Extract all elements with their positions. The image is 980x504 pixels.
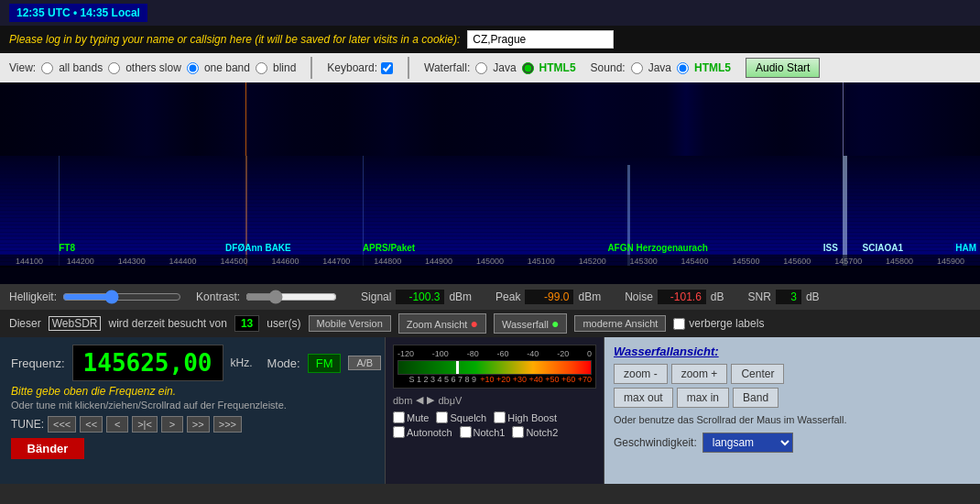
notch1-item: Notch1 — [460, 426, 506, 438]
brightness-bar: Helligkeit: Kontrast: Signal -100.3 dBm … — [0, 284, 980, 310]
meter-indicator — [456, 361, 459, 374]
view-others-slow[interactable] — [108, 62, 120, 74]
peak-value: -99.0 — [524, 289, 574, 305]
tune-right1[interactable]: > — [161, 416, 183, 433]
dbm-right-arrow[interactable]: ▶ — [427, 394, 434, 406]
verberge-container: verberge labels — [673, 317, 764, 330]
view-label: View: — [9, 61, 36, 74]
brightness-label: Helligkeit: — [9, 290, 57, 303]
sound-java-label: Java — [648, 61, 671, 74]
peak-label: Peak — [495, 290, 520, 303]
zoom-ansicht-button[interactable]: Zoom Ansicht ● — [398, 313, 486, 334]
view-blind-label: blind — [273, 61, 296, 74]
tune-center[interactable]: >|< — [132, 416, 158, 433]
mobile-version-button[interactable]: Mobile Version — [309, 315, 391, 332]
checkboxes-row1: Mute Squelch High Boost — [393, 411, 596, 423]
peak-group: Peak -99.0 dBm — [495, 289, 601, 305]
view-all-bands-label: all bands — [59, 61, 103, 74]
ab-button[interactable]: A/B — [348, 356, 381, 370]
view-one-band-label: one band — [204, 61, 250, 74]
station-ft8: FT8 — [59, 243, 75, 253]
brightness-slider[interactable] — [62, 290, 181, 304]
wasserfall-label: Wasserfall — [502, 319, 549, 330]
zoom-plus-button[interactable]: zoom + — [671, 364, 728, 384]
sound-java[interactable] — [631, 62, 643, 74]
login-input[interactable] — [467, 30, 614, 49]
verberge-checkbox[interactable] — [673, 318, 685, 330]
view-one-band[interactable] — [187, 62, 199, 74]
speed-label: Geschwindigkeit: — [614, 436, 697, 449]
waterfall-html5-label: HTML5 — [539, 61, 576, 74]
wf-hint: Oder benutze das Scrollrad der Maus im W… — [614, 413, 971, 427]
station-scioa: SCIAOA1 — [863, 243, 903, 253]
main-content: Frequenz: 145625,00 kHz. Mode: FM A/B A=… — [0, 337, 980, 484]
zoom-minus-button[interactable]: zoom - — [614, 364, 668, 384]
signal-group: Signal -100.3 dBm — [361, 289, 472, 305]
high-boost-checkbox[interactable] — [494, 411, 506, 423]
freq-hint: Bitte gebe oben die Frequenz ein. — [11, 385, 374, 398]
tune-far-right[interactable]: >>> — [213, 416, 242, 433]
dbm-label: dbm — [393, 395, 412, 406]
zoom-ansicht-label: Zoom Ansicht — [407, 319, 468, 330]
snr-unit: dB — [806, 290, 820, 303]
contrast-label: Kontrast: — [196, 290, 240, 303]
notch2-label: Notch2 — [526, 427, 558, 438]
tune-label: TUNE: — [11, 418, 44, 431]
tune-left2[interactable]: << — [80, 416, 103, 433]
station-aprs: APRS/Paket — [363, 243, 415, 253]
wf-row2: max out max in Band — [614, 388, 971, 408]
sound-html5[interactable] — [677, 62, 689, 74]
moderne-ansicht-button[interactable]: moderne Ansicht — [574, 315, 666, 332]
brightness-control: Helligkeit: — [9, 290, 181, 304]
tune-left1[interactable]: < — [106, 416, 128, 433]
noise-group: Noise -101.6 dB — [625, 289, 724, 305]
snr-label: SNR — [748, 290, 771, 303]
keyboard-group: Keyboard: — [327, 61, 393, 74]
speed-select[interactable]: langsam mittel schnell sehr schnell — [702, 433, 793, 453]
waterfall-java[interactable] — [475, 62, 487, 74]
signal-label: Signal — [361, 290, 391, 303]
wasserfall-button[interactable]: Wasserfall ● — [494, 313, 567, 334]
freq-label: Frequenz: — [11, 356, 65, 370]
waterfall-html5[interactable] — [522, 62, 534, 74]
notch1-label: Notch1 — [474, 427, 506, 438]
autonotch-checkbox[interactable] — [393, 426, 405, 438]
band-button[interactable]: Bänder — [11, 438, 84, 459]
squelch-label: Squelch — [450, 412, 486, 423]
center-button[interactable]: Center — [731, 364, 784, 384]
station-dfoann: DFØAnn BAKE — [225, 243, 291, 253]
audio-panel: -120 -100 -80 -60 -40 -20 0 S 1 2 3 4 5 … — [385, 337, 604, 484]
tune-right2[interactable]: >> — [187, 416, 210, 433]
keyboard-checkbox[interactable] — [381, 62, 393, 74]
tune-far-left[interactable]: <<< — [48, 416, 76, 433]
squelch-item: Squelch — [436, 411, 486, 423]
divider2 — [408, 57, 409, 79]
max-in-button[interactable]: max in — [677, 388, 729, 408]
mute-checkbox[interactable] — [393, 411, 405, 423]
waterfall-java-label: Java — [493, 61, 516, 74]
spectrum-area[interactable]: 144100 144200 144300 144400 144500 14460… — [0, 82, 980, 284]
contrast-slider[interactable] — [245, 290, 337, 304]
wasserfall-dot: ● — [551, 316, 559, 331]
max-out-button[interactable]: max out — [614, 388, 673, 408]
freq-unit: kHz. — [231, 356, 253, 369]
view-all-bands[interactable] — [41, 62, 53, 74]
band-wf-button[interactable]: Band — [733, 388, 779, 408]
snr-value: 3 — [775, 289, 802, 305]
audio-start-button[interactable]: Audio Start — [746, 58, 820, 78]
snr-group: SNR 3 dB — [748, 289, 820, 305]
waterfall-panel-title: Wasserfallansicht: — [614, 345, 971, 358]
contrast-control: Kontrast: — [196, 290, 337, 304]
station-ham: HAM — [953, 243, 978, 253]
view-blind[interactable] — [256, 62, 267, 74]
notch2-checkbox[interactable] — [512, 426, 524, 438]
meter-sublabels: S 1 2 3 4 5 6 7 8 9 +10 +20 +30 +40 +50 … — [397, 375, 592, 384]
view-group: View: all bands others slow one band bli… — [9, 61, 296, 74]
visitor-count: 13 — [234, 315, 259, 332]
meter-scale: -120 -100 -80 -60 -40 -20 0 — [397, 349, 592, 358]
squelch-checkbox[interactable] — [436, 411, 448, 423]
login-bar: Please log in by typing your name or cal… — [0, 26, 980, 53]
dbm-left-arrow[interactable]: ◀ — [416, 394, 423, 406]
noise-unit: dB — [711, 290, 724, 303]
notch1-checkbox[interactable] — [460, 426, 472, 438]
